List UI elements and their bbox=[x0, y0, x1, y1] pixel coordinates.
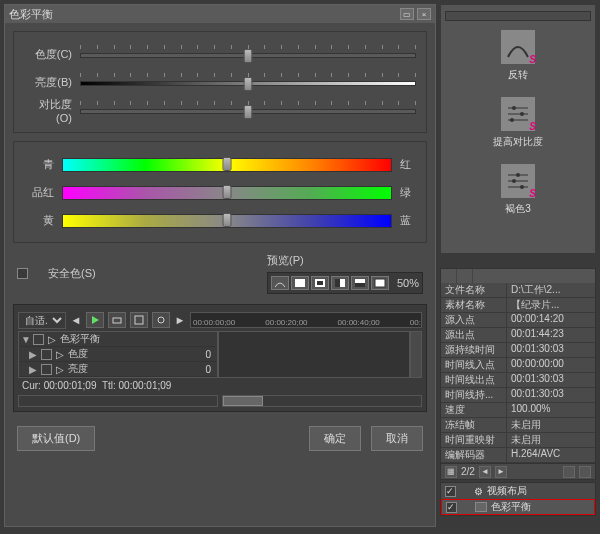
prop-row[interactable]: 编解码器H.264/AVC bbox=[441, 448, 595, 463]
titlebar[interactable]: 色彩平衡 ▭ × bbox=[5, 5, 435, 23]
preview-zoom: 50% bbox=[397, 277, 419, 289]
prop-row[interactable]: 时间重映射未启用 bbox=[441, 433, 595, 448]
prop-row[interactable]: 时间线入点00:00:00:00 bbox=[441, 358, 595, 373]
svg-rect-8 bbox=[113, 318, 121, 323]
timeline-vscroll[interactable] bbox=[410, 331, 422, 378]
preview-mode-2[interactable] bbox=[291, 276, 309, 290]
svg-point-10 bbox=[158, 317, 164, 323]
prop-key: 时间线持... bbox=[441, 388, 507, 402]
hue-label: 色度(C) bbox=[24, 47, 72, 62]
svg-rect-6 bbox=[355, 283, 365, 287]
prop-key: 文件名称 bbox=[441, 283, 507, 297]
prop-val: 未启用 bbox=[507, 433, 595, 447]
prop-row[interactable]: 时间线出点00:01:30:03 bbox=[441, 373, 595, 388]
close-button[interactable]: × bbox=[417, 8, 431, 20]
prop-row[interactable]: 源出点00:01:44:23 bbox=[441, 328, 595, 343]
prop-row[interactable]: 文件名称D:\工作\2... bbox=[441, 283, 595, 298]
timeline-hscroll-right[interactable] bbox=[222, 395, 422, 407]
svg-point-16 bbox=[510, 118, 514, 122]
timeline-hscroll-left[interactable] bbox=[18, 395, 218, 407]
prop-val: 00:01:30:03 bbox=[507, 343, 595, 357]
tl-btn-4[interactable] bbox=[152, 312, 170, 328]
tone-panel: 色度(C) 亮度(B) 对比度(O) bbox=[13, 31, 427, 133]
safe-color-label: 安全色(S) bbox=[48, 266, 96, 281]
svg-point-21 bbox=[512, 179, 516, 183]
contrast-slider[interactable] bbox=[80, 101, 416, 119]
prop-val: 100.00% bbox=[507, 403, 595, 417]
green-label: 绿 bbox=[400, 185, 416, 200]
svg-rect-2 bbox=[317, 281, 323, 285]
svg-rect-3 bbox=[335, 279, 340, 287]
prop-val: 00:01:30:03 bbox=[507, 373, 595, 387]
prop-val: D:\工作\2... bbox=[507, 283, 595, 297]
props-btn-a[interactable] bbox=[563, 466, 575, 478]
timeline-next-icon[interactable]: ► bbox=[174, 314, 186, 326]
props-prev[interactable]: ◄ bbox=[479, 466, 491, 478]
timeline-prev-icon[interactable]: ◄ bbox=[70, 314, 82, 326]
svg-point-20 bbox=[516, 173, 520, 177]
brightness-slider[interactable] bbox=[80, 73, 416, 91]
ttl-time: Ttl: 00:00:01;09 bbox=[102, 380, 172, 391]
tree-bri[interactable]: ▶▷亮度0 bbox=[19, 362, 217, 377]
layers-panel: ⚙ 视频布局 色彩平衡 bbox=[440, 482, 596, 516]
cancel-button[interactable]: 取消 bbox=[371, 426, 423, 451]
fx-invert[interactable]: S 反转 bbox=[445, 29, 591, 82]
prop-key: 冻结帧 bbox=[441, 418, 507, 432]
magenta-green-slider[interactable] bbox=[62, 182, 392, 202]
preview-mode-3[interactable] bbox=[311, 276, 329, 290]
minimize-button[interactable]: ▭ bbox=[400, 8, 414, 20]
tree-root[interactable]: ▼▷色彩平衡 bbox=[19, 332, 217, 347]
preview-mode-4[interactable] bbox=[331, 276, 349, 290]
fx-contrast[interactable]: S 提高对比度 bbox=[445, 96, 591, 149]
timeline-ruler[interactable]: 00:00:00;00 00:00:20;00 00:00:40;00 00:0… bbox=[190, 312, 422, 328]
tree-hue[interactable]: ▶▷色度0 bbox=[19, 347, 217, 362]
safe-color-checkbox[interactable] bbox=[17, 268, 28, 279]
cyan-red-slider[interactable] bbox=[62, 154, 392, 174]
prop-val: 00:01:30:03 bbox=[507, 388, 595, 402]
layer-color-balance[interactable]: 色彩平衡 bbox=[441, 499, 595, 515]
fx-hscroll[interactable] bbox=[445, 11, 591, 21]
preview-mode-5[interactable] bbox=[351, 276, 369, 290]
yellow-blue-slider[interactable] bbox=[62, 210, 392, 230]
play-button[interactable] bbox=[86, 312, 104, 328]
prop-key: 时间线出点 bbox=[441, 373, 507, 387]
prop-row[interactable]: 速度100.00% bbox=[441, 403, 595, 418]
props-btn-b[interactable] bbox=[579, 466, 591, 478]
prop-key: 时间线入点 bbox=[441, 358, 507, 372]
preview-mode-6[interactable] bbox=[371, 276, 389, 290]
fx-sepia[interactable]: S 褐色3 bbox=[445, 163, 591, 216]
layer-video-layout[interactable]: ⚙ 视频布局 bbox=[441, 483, 595, 499]
tl-btn-3[interactable] bbox=[130, 312, 148, 328]
yellow-label: 黄 bbox=[24, 213, 54, 228]
ok-button[interactable]: 确定 bbox=[309, 426, 361, 451]
timeline-tracks[interactable] bbox=[218, 331, 410, 378]
prop-key: 源出点 bbox=[441, 328, 507, 342]
red-label: 红 bbox=[400, 157, 416, 172]
svg-rect-4 bbox=[340, 279, 345, 287]
gear-icon: ⚙ bbox=[474, 486, 483, 497]
timeline-panel: 自适... ◄ ► 00:00:00;00 00:00:20;00 00:00:… bbox=[13, 304, 427, 412]
prop-val: 00:01:44:23 bbox=[507, 328, 595, 342]
prop-row[interactable]: 时间线持...00:01:30:03 bbox=[441, 388, 595, 403]
layer-check[interactable] bbox=[445, 486, 456, 497]
props-toggle[interactable]: ▦ bbox=[445, 466, 457, 478]
svg-rect-9 bbox=[135, 316, 143, 324]
prop-row[interactable]: 源入点00:00:14:20 bbox=[441, 313, 595, 328]
contrast-label: 对比度(O) bbox=[24, 97, 72, 124]
timeline-mode-select[interactable]: 自适... bbox=[18, 312, 66, 329]
hue-slider[interactable] bbox=[80, 45, 416, 63]
prop-row[interactable]: 冻结帧未启用 bbox=[441, 418, 595, 433]
preview-mode-group: 50% bbox=[267, 272, 423, 294]
tl-btn-2[interactable] bbox=[108, 312, 126, 328]
prop-row[interactable]: 源持续时间00:01:30:03 bbox=[441, 343, 595, 358]
svg-point-15 bbox=[520, 112, 524, 116]
svg-point-14 bbox=[512, 106, 516, 110]
effect-icon bbox=[475, 502, 487, 512]
prop-row[interactable]: 素材名称【纪录片... bbox=[441, 298, 595, 313]
prop-key: 时间重映射 bbox=[441, 433, 507, 447]
preview-mode-1[interactable] bbox=[271, 276, 289, 290]
layer-check[interactable] bbox=[446, 502, 457, 513]
props-next[interactable]: ► bbox=[495, 466, 507, 478]
default-button[interactable]: 默认值(D) bbox=[17, 426, 95, 451]
prop-val: 未启用 bbox=[507, 418, 595, 432]
